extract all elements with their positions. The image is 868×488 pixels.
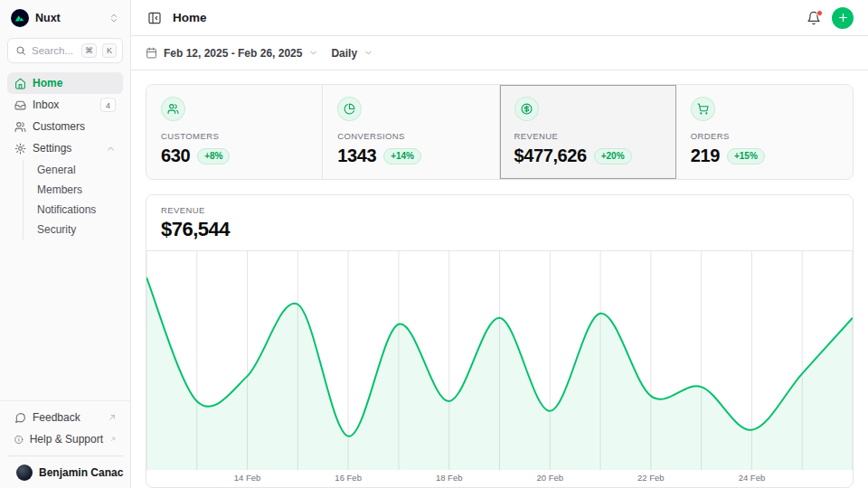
- x-tick-label: 18 Feb: [436, 473, 463, 483]
- stat-card-conversions[interactable]: Conversions 1343 +14%: [323, 85, 499, 179]
- stat-value: 630: [161, 145, 190, 166]
- search-box[interactable]: ⌘ K: [7, 38, 123, 63]
- main-panel: Home Feb 12, 2025 - Feb 26, 2025 Daily: [131, 0, 868, 488]
- inbox-count-badge: 4: [100, 98, 116, 112]
- team-switcher[interactable]: Nuxt: [0, 0, 130, 36]
- external-link-icon: [108, 414, 116, 421]
- stat-delta-badge: +14%: [383, 148, 421, 164]
- x-tick-label: 22 Feb: [637, 473, 665, 483]
- sidebar-collapse-button[interactable]: [146, 9, 164, 27]
- stat-delta-badge: +8%: [197, 148, 230, 164]
- stats-grid: Customers 630 +8% Conversions 1343 +14%: [146, 84, 854, 180]
- chart-pie-icon: [344, 103, 355, 115]
- sidebar-item-general[interactable]: General: [33, 160, 123, 180]
- inbox-icon: [14, 99, 26, 111]
- stat-label: Conversions: [337, 131, 484, 141]
- info-circle-icon: [14, 434, 24, 446]
- date-range-button[interactable]: Feb 12, 2025 - Feb 26, 2025: [146, 47, 318, 60]
- search-icon: [15, 45, 26, 56]
- stat-card-revenue[interactable]: Revenue $477,626 +20%: [500, 85, 676, 179]
- sidebar-item-label: Customers: [33, 120, 116, 133]
- sidebar-item-inbox[interactable]: Inbox 4: [7, 94, 123, 116]
- revenue-chart-card: Revenue $76,544 14 Feb16 Feb18 Feb20 Feb…: [146, 194, 854, 488]
- chart-header: Revenue $76,544: [146, 195, 853, 251]
- stat-value: 219: [691, 145, 720, 166]
- avatar: [16, 465, 33, 481]
- sub-item-label: Members: [37, 183, 82, 196]
- x-tick-label: 20 Feb: [536, 473, 563, 483]
- external-link-icon: [110, 436, 116, 443]
- chevron-up-icon: [106, 144, 116, 154]
- home-icon: [14, 78, 26, 89]
- sidebar-item-settings[interactable]: Settings: [7, 137, 123, 159]
- stat-delta-badge: +15%: [727, 148, 765, 164]
- page-header: Home: [131, 0, 868, 36]
- granularity-label: Daily: [331, 47, 357, 60]
- notification-dot: [816, 10, 823, 16]
- chart-x-axis: 14 Feb16 Feb18 Feb20 Feb22 Feb24 Feb: [146, 470, 853, 487]
- chevron-down-icon: [308, 48, 318, 58]
- sidebar: Nuxt ⌘ K Home Inbox 4 Customers: [0, 0, 131, 488]
- users-icon: [14, 121, 26, 133]
- stat-delta-badge: +20%: [594, 148, 632, 164]
- circle-dollar-icon: [521, 103, 533, 115]
- settings-submenu: General Members Notifications Security: [23, 160, 123, 239]
- sidebar-item-security[interactable]: Security: [33, 220, 123, 239]
- chart-label: Revenue: [161, 205, 838, 215]
- x-tick-label: 24 Feb: [739, 473, 766, 483]
- stat-value: $477,626: [514, 145, 587, 166]
- sidebar-item-label: Inbox: [33, 99, 94, 111]
- x-tick-label: 14 Feb: [234, 473, 261, 483]
- user-name: Benjamin Canac: [39, 466, 123, 479]
- x-tick-label: 16 Feb: [335, 473, 362, 483]
- notifications-button[interactable]: [805, 9, 823, 27]
- search-input[interactable]: [32, 45, 76, 56]
- add-button[interactable]: [832, 7, 854, 29]
- gear-icon: [14, 143, 26, 155]
- message-circle-icon: [14, 412, 26, 424]
- sub-item-label: General: [37, 164, 76, 176]
- nuxt-logo-icon: [11, 9, 29, 27]
- stat-value: 1343: [337, 145, 376, 166]
- sidebar-item-members[interactable]: Members: [33, 180, 123, 200]
- granularity-select[interactable]: Daily: [331, 47, 373, 60]
- sidebar-item-label: Settings: [33, 142, 99, 155]
- page-title: Home: [173, 11, 796, 24]
- stat-card-orders[interactable]: Orders 219 +15%: [676, 85, 853, 179]
- sidebar-nav: Home Inbox 4 Customers Settings General …: [0, 72, 130, 239]
- sidebar-item-notifications[interactable]: Notifications: [33, 200, 123, 220]
- stat-label: Orders: [691, 131, 838, 141]
- date-range-label: Feb 12, 2025 - Feb 26, 2025: [164, 47, 302, 60]
- stat-label: Revenue: [514, 131, 661, 141]
- dashboard-content: Customers 630 +8% Conversions 1343 +14%: [131, 70, 868, 488]
- users-icon: [167, 103, 179, 115]
- shopping-cart-icon: [697, 103, 709, 115]
- app-window: Nuxt ⌘ K Home Inbox 4 Customers: [0, 0, 868, 488]
- team-name: Nuxt: [35, 12, 102, 24]
- filters-toolbar: Feb 12, 2025 - Feb 26, 2025 Daily: [131, 36, 868, 70]
- chevrons-up-down-icon: [108, 13, 119, 23]
- kbd-k: K: [102, 43, 117, 58]
- sidebar-footer: Feedback Help & Support Benjamin Canac: [0, 400, 130, 488]
- revenue-chart-plot[interactable]: [146, 251, 853, 470]
- chevron-down-icon: [363, 48, 373, 58]
- calendar-icon: [146, 47, 157, 59]
- sidebar-item-label: Home: [33, 77, 116, 89]
- feedback-link[interactable]: Feedback: [7, 407, 123, 428]
- stat-card-customers[interactable]: Customers 630 +8%: [146, 85, 323, 179]
- sub-item-label: Notifications: [37, 203, 96, 216]
- sidebar-item-home[interactable]: Home: [7, 72, 123, 94]
- sub-item-label: Security: [37, 223, 76, 236]
- help-support-link[interactable]: Help & Support: [7, 428, 123, 450]
- stat-label: Customers: [161, 131, 307, 141]
- sidebar-item-customers[interactable]: Customers: [7, 116, 123, 137]
- chart-value: $76,544: [161, 218, 838, 241]
- kbd-cmd: ⌘: [81, 43, 97, 58]
- footer-link-label: Help & Support: [30, 433, 103, 446]
- panel-left-close-icon: [147, 11, 162, 25]
- footer-link-label: Feedback: [33, 411, 101, 424]
- plus-icon: [837, 12, 849, 23]
- user-menu[interactable]: Benjamin Canac: [7, 455, 123, 488]
